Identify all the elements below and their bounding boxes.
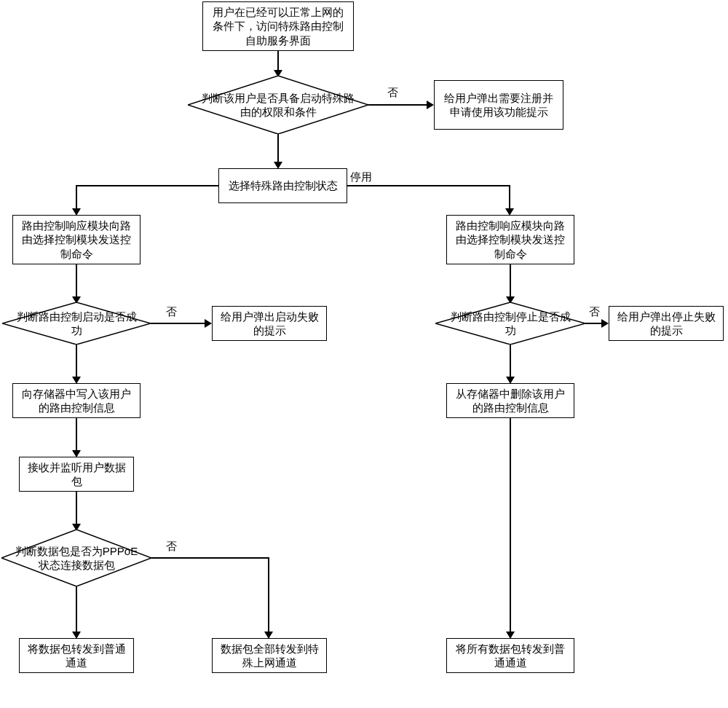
fwd-all-normal-box: 将所有数据包转发到普通通道 bbox=[446, 638, 574, 673]
check-perm-text: 判断该用户是否具备启动特殊路由的权限和条件 bbox=[188, 91, 368, 119]
fwd-normal-text: 将数据包转发到普通通道 bbox=[24, 642, 129, 670]
arrow-line bbox=[76, 185, 77, 210]
arrow-line bbox=[76, 586, 77, 633]
arrow-head bbox=[601, 319, 609, 328]
arrow-line bbox=[510, 345, 511, 378]
arrow-head bbox=[205, 319, 212, 328]
stop-fail-text: 给用户弹出停止失败的提示 bbox=[614, 310, 719, 338]
check-pppoe-text: 判断数据包是否为PPPoE状态连接数据包 bbox=[1, 544, 151, 573]
arrow-line bbox=[347, 185, 510, 186]
arrow-line bbox=[510, 264, 511, 298]
arrow-head bbox=[427, 101, 434, 109]
arrow-line bbox=[510, 418, 511, 633]
check-start-diamond: 判断路由控制启动是否成功 bbox=[2, 302, 151, 345]
arrow-line bbox=[151, 557, 269, 559]
need-register-text: 给用户弹出需要注册并申请使用该功能提示 bbox=[439, 91, 558, 119]
check-start-text: 判断路由控制启动是否成功 bbox=[2, 310, 151, 338]
delete-store-box: 从存储器中删除该用户的路由控制信息 bbox=[446, 383, 574, 418]
arrow-line bbox=[509, 185, 510, 210]
listen-text: 接收并监听用户数据包 bbox=[24, 460, 129, 489]
arrow-line bbox=[277, 134, 279, 163]
check-stop-diamond: 判断路由控制停止是否成功 bbox=[435, 302, 585, 345]
label-no: 否 bbox=[166, 540, 177, 554]
start-text: 用户在已经可以正常上网的条件下，访问特殊路由控制自助服务界面 bbox=[207, 5, 349, 48]
arrow-line bbox=[76, 185, 218, 186]
right-send-box: 路由控制响应模块向路由选择控制模块发送控制命令 bbox=[446, 215, 574, 264]
start-fail-text: 给用户弹出启动失败的提示 bbox=[217, 310, 322, 338]
arrow-line bbox=[76, 492, 77, 525]
arrow-line bbox=[585, 323, 603, 324]
arrow-line bbox=[368, 104, 428, 106]
check-stop-text: 判断路由控制停止是否成功 bbox=[435, 310, 585, 338]
label-no: 否 bbox=[589, 305, 600, 319]
fwd-all-normal-text: 将所有数据包转发到普通通道 bbox=[451, 642, 569, 670]
fwd-special-box: 数据包全部转发到特殊上网通道 bbox=[212, 638, 327, 673]
arrow-line bbox=[76, 264, 77, 298]
label-no: 否 bbox=[387, 86, 398, 100]
write-store-text: 向存储器中写入该用户的路由控制信息 bbox=[17, 387, 135, 415]
arrow-line bbox=[151, 323, 206, 324]
left-send-text: 路由控制响应模块向路由选择控制模块发送控制命令 bbox=[17, 219, 135, 261]
arrow-line bbox=[277, 51, 279, 71]
label-disable: 停用 bbox=[350, 170, 372, 184]
check-perm-diamond: 判断该用户是否具备启动特殊路由的权限和条件 bbox=[188, 76, 368, 134]
fwd-normal-box: 将数据包转发到普通通道 bbox=[19, 638, 134, 673]
start-fail-box: 给用户弹出启动失败的提示 bbox=[212, 306, 327, 341]
label-no: 否 bbox=[166, 305, 177, 319]
start-box: 用户在已经可以正常上网的条件下，访问特殊路由控制自助服务界面 bbox=[202, 1, 354, 51]
left-send-box: 路由控制响应模块向路由选择控制模块发送控制命令 bbox=[12, 215, 141, 264]
arrow-line bbox=[268, 557, 269, 633]
delete-store-text: 从存储器中删除该用户的路由控制信息 bbox=[451, 387, 569, 415]
listen-box: 接收并监听用户数据包 bbox=[19, 457, 134, 492]
write-store-box: 向存储器中写入该用户的路由控制信息 bbox=[12, 383, 141, 418]
select-state-text: 选择特殊路由控制状态 bbox=[229, 178, 338, 193]
right-send-text: 路由控制响应模块向路由选择控制模块发送控制命令 bbox=[451, 219, 569, 261]
select-state-box: 选择特殊路由控制状态 bbox=[218, 168, 347, 203]
arrow-line bbox=[76, 345, 77, 378]
stop-fail-box: 给用户弹出停止失败的提示 bbox=[609, 306, 724, 341]
arrow-line bbox=[76, 418, 77, 452]
check-pppoe-diamond: 判断数据包是否为PPPoE状态连接数据包 bbox=[1, 530, 151, 586]
need-register-box: 给用户弹出需要注册并申请使用该功能提示 bbox=[434, 80, 563, 130]
fwd-special-text: 数据包全部转发到特殊上网通道 bbox=[217, 642, 322, 670]
